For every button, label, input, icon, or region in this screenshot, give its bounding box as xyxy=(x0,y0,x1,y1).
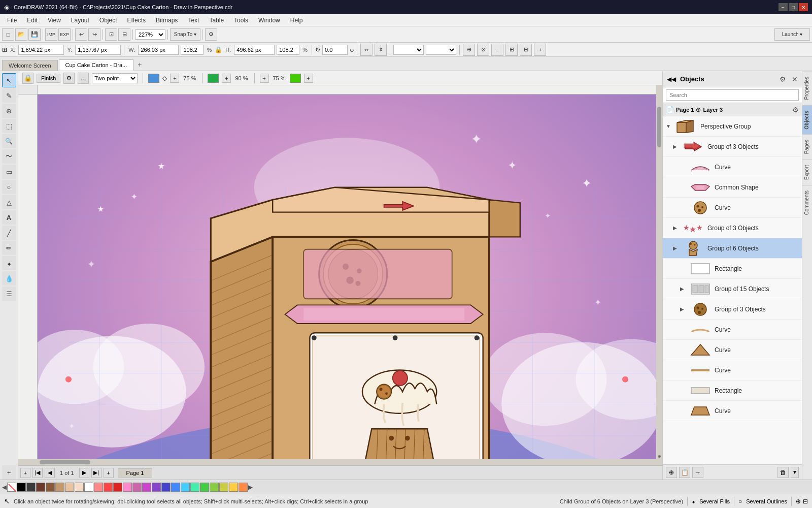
eyedropper-tool[interactable]: 💧 xyxy=(2,271,16,285)
swatch-white[interactable] xyxy=(84,483,93,492)
menu-view[interactable]: View xyxy=(43,16,66,25)
swatch-magenta-pink[interactable] xyxy=(132,483,142,492)
swatch-red[interactable] xyxy=(113,483,122,492)
swatch-peach[interactable] xyxy=(65,483,74,492)
mirror-v-button[interactable]: ⇕ xyxy=(375,44,387,56)
swatch-light-peach[interactable] xyxy=(75,483,84,492)
vtab-objects[interactable]: Objects xyxy=(802,105,812,135)
w-pct-input[interactable] xyxy=(181,45,204,55)
y-input[interactable] xyxy=(75,45,121,55)
obj-curve-6[interactable]: ▶ Curve xyxy=(663,401,802,421)
toggle-group-3-2[interactable]: ▶ xyxy=(673,225,679,231)
zoom-tool[interactable]: 🔍 xyxy=(2,134,16,148)
angle-input[interactable] xyxy=(322,45,348,55)
new-button[interactable]: □ xyxy=(2,28,14,41)
obj-curve-2[interactable]: ▶ Curve xyxy=(663,198,802,218)
line-tool[interactable]: ╱ xyxy=(2,226,16,240)
w-input[interactable] xyxy=(138,45,179,55)
swatch-orange-yellow[interactable] xyxy=(229,483,238,492)
fill-select[interactable] xyxy=(393,45,424,55)
outline-select[interactable] xyxy=(426,45,456,55)
swatch-yellow-green[interactable] xyxy=(210,483,219,492)
maximize-button[interactable]: □ xyxy=(789,3,798,11)
swatch-lt-magenta[interactable] xyxy=(123,483,132,492)
toggle-group-3-1[interactable]: ▶ xyxy=(673,144,679,149)
swatch-lt-blue[interactable] xyxy=(171,483,180,492)
menu-table[interactable]: Table xyxy=(204,16,229,25)
settings-persp-btn[interactable]: ⚙ xyxy=(63,73,75,84)
new-layer-btn[interactable]: ⊕ xyxy=(666,467,677,478)
toggle-group-6[interactable]: ▶ xyxy=(673,245,679,251)
page-tab[interactable]: Page 1 xyxy=(118,468,153,478)
menu-layout[interactable]: Layout xyxy=(66,16,94,25)
add-page-nav-btn2[interactable]: + xyxy=(104,468,114,478)
add-page-tool[interactable]: + xyxy=(2,465,16,480)
swatch-dark[interactable] xyxy=(26,483,36,492)
swatch-yellow[interactable] xyxy=(219,483,228,492)
redo-button[interactable]: ↪ xyxy=(88,28,100,41)
swatch-blue[interactable] xyxy=(161,483,171,492)
obj-curve-3[interactable]: ▶ Curve xyxy=(663,320,802,340)
obj-curve-1[interactable]: ▶ Curve xyxy=(663,157,802,177)
palette-arrow-right[interactable]: ▶ xyxy=(248,484,253,491)
x-input[interactable] xyxy=(18,45,64,55)
plus-btn-4[interactable]: + xyxy=(304,74,313,83)
menu-effects[interactable]: Effects xyxy=(122,16,151,25)
panel-expand-btn[interactable]: ◀◀ xyxy=(667,76,676,83)
obj-rectangle-2[interactable]: ▶ Rectangle xyxy=(663,380,802,401)
zoom-fit-btn[interactable]: ⊕ xyxy=(656,453,662,459)
color-box-2[interactable] xyxy=(208,74,219,83)
menu-file[interactable]: File xyxy=(2,16,22,25)
obj-common-shape[interactable]: ▶ Common Shape xyxy=(663,177,802,198)
lock-icon-persp[interactable]: 🔒 xyxy=(22,73,33,84)
mirror-h-button[interactable]: ⇔ xyxy=(360,44,373,56)
freehand-tool[interactable]: ✎ xyxy=(2,88,16,103)
save-button[interactable]: 💾 xyxy=(28,28,41,41)
toggle-perspective-group[interactable]: ▼ xyxy=(666,123,672,129)
h-scrollbar[interactable] xyxy=(38,459,656,465)
new-master-page-btn[interactable]: 📋 xyxy=(679,467,690,478)
menu-tools[interactable]: Tools xyxy=(229,16,253,25)
swatch-magenta[interactable] xyxy=(142,483,151,492)
crop-tool[interactable]: ⬚ xyxy=(2,119,16,133)
h-scrollbar-thumb[interactable] xyxy=(40,460,90,464)
zoom-select[interactable]: 227% 100% 150% xyxy=(135,29,165,40)
search-input[interactable] xyxy=(666,89,799,101)
layer-settings-btn[interactable]: ⚙ xyxy=(792,106,799,114)
select-tool[interactable]: ↖ xyxy=(2,73,16,87)
first-page-btn[interactable]: |◀ xyxy=(32,468,43,478)
next-page-btn[interactable]: ▶ xyxy=(79,468,89,478)
v-scrollbar[interactable]: ⊕ xyxy=(656,94,662,459)
obj-rectangle-1[interactable]: ▶ Rectangle xyxy=(663,259,802,279)
swatch-red-pink[interactable] xyxy=(104,483,113,492)
tab-add-button[interactable]: + xyxy=(134,59,145,70)
toggle-group-3-3[interactable]: ▶ xyxy=(680,306,686,312)
obj-group-3-2[interactable]: ▶ ★★★ Group of 3 Objects xyxy=(663,218,802,238)
panel-close-btn[interactable]: ✕ xyxy=(792,75,798,83)
minimize-button[interactable]: − xyxy=(779,3,788,11)
swatch-purple[interactable] xyxy=(152,483,161,492)
launch-button[interactable]: Launch ▾ xyxy=(774,28,810,41)
swatch-brown-dark[interactable] xyxy=(36,483,45,492)
plus-btn-2[interactable]: + xyxy=(222,74,231,83)
h-input[interactable] xyxy=(234,45,275,55)
delete-obj-btn[interactable]: 🗑 xyxy=(777,467,789,478)
status-icon-2[interactable]: ⊟ xyxy=(803,498,808,505)
menu-bitmaps[interactable]: Bitmaps xyxy=(151,16,183,25)
layer-btn5[interactable]: ⊟ xyxy=(520,44,532,56)
drawing-canvas[interactable]: ✦ ✦ ✦ ✦ ✦ ✦ ✦ ✦ ✦ ✦ ✦ xyxy=(38,94,656,459)
snap-to-button[interactable]: Snap To ▾ xyxy=(170,28,200,41)
swatch-lt-pink[interactable] xyxy=(94,483,103,492)
swatch-green[interactable] xyxy=(200,483,209,492)
plus-btn-1[interactable]: + xyxy=(170,74,179,83)
panel-settings-btn[interactable]: ⚙ xyxy=(777,74,788,84)
transform-tool[interactable]: ⊕ xyxy=(2,104,16,118)
objects-list[interactable]: ▼ Perspective Group ▶ Group of 3 Objec xyxy=(663,116,802,464)
scroll-down-btn[interactable]: ▼ xyxy=(791,467,799,478)
layer-btn1[interactable]: ⊕ xyxy=(463,44,475,56)
text-tool[interactable]: A xyxy=(2,210,16,225)
swatch-tan[interactable] xyxy=(55,483,64,492)
rect-tool[interactable]: ▭ xyxy=(2,165,16,179)
open-button[interactable]: 📂 xyxy=(15,28,27,41)
color-box-3[interactable] xyxy=(290,74,301,83)
